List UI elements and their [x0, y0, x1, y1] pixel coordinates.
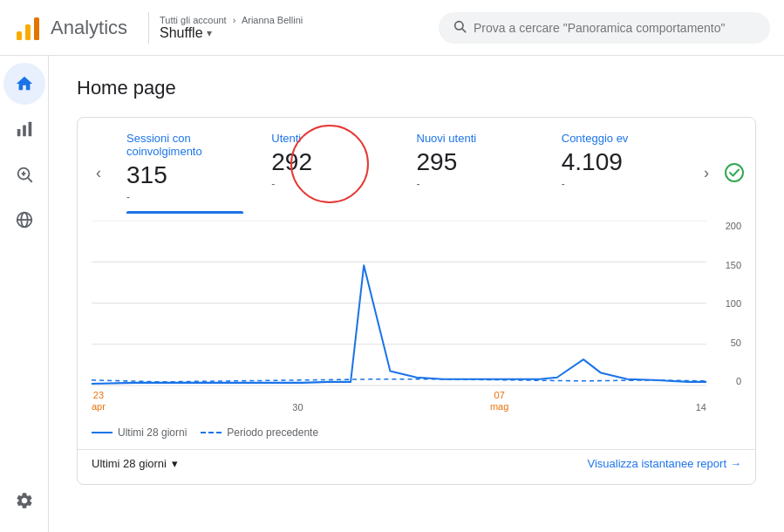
- metric-conteggio-value: 4.109: [562, 148, 678, 176]
- property-selector[interactable]: Shuffle ▾: [160, 25, 303, 41]
- legend-solid-line: [92, 432, 112, 433]
- metric-nuovi-utenti-sub: -: [417, 178, 534, 190]
- svg-rect-6: [23, 125, 26, 136]
- svg-rect-5: [17, 129, 20, 136]
- metric-conteggio[interactable]: Conteggio ev 4.109 -: [548, 132, 692, 214]
- date-selector[interactable]: Ultimi 28 giorni ▾: [92, 457, 178, 470]
- chart-svg: [92, 221, 706, 386]
- metrics-row: ‹ Sessioni con coinvolgimento 315 - Uten…: [78, 118, 755, 214]
- sidebar-item-explore[interactable]: [3, 153, 45, 195]
- metric-utenti-sub: -: [271, 178, 388, 190]
- metric-sessioni-value: 315: [126, 161, 243, 189]
- view-report-label: Visualizza istantanee report: [588, 457, 726, 470]
- metric-utenti-value: 292: [271, 148, 388, 176]
- chart-area: 200 150 100 50 0: [78, 214, 755, 419]
- date-range-chevron-icon: ▾: [172, 457, 178, 470]
- breadcrumb-separator: ›: [233, 15, 236, 25]
- view-report-arrow-icon: →: [730, 457, 741, 470]
- main-layout: Home page ‹ Sessioni con coinvolgimento …: [0, 56, 784, 532]
- x-label-23apr: 23apr: [92, 390, 106, 413]
- y-label-100: 100: [726, 298, 741, 309]
- page-title: Home page: [77, 77, 756, 99]
- header-divider: [148, 12, 149, 44]
- y-axis: 200 150 100 50 0: [711, 221, 741, 386]
- svg-rect-0: [17, 31, 22, 40]
- sidebar-item-settings[interactable]: [3, 480, 45, 522]
- breadcrumb-user: Arianna Bellini: [242, 15, 303, 25]
- metric-nuovi-utenti-value: 295: [417, 148, 534, 176]
- search-input[interactable]: [474, 21, 756, 35]
- breadcrumb: Tutti gli account › Arianna Bellini: [160, 15, 303, 25]
- sidebar-item-home[interactable]: [3, 63, 45, 105]
- legend-dashed-line: [201, 432, 222, 433]
- sidebar: [0, 56, 49, 532]
- y-label-150: 150: [726, 260, 741, 270]
- sidebar-bottom: [3, 480, 45, 522]
- svg-rect-1: [25, 24, 31, 40]
- metric-conteggio-label: Conteggio ev: [562, 132, 678, 145]
- y-label-0: 0: [736, 376, 741, 386]
- metrics-list: Sessioni con coinvolgimento 315 - Utenti…: [112, 132, 692, 214]
- metric-sessioni-sub: -: [126, 191, 243, 203]
- metric-nuovi-utenti-label: Nuovi utenti: [417, 132, 534, 145]
- metrics-prev-button[interactable]: ‹: [85, 159, 112, 187]
- property-chevron-icon: ▾: [207, 27, 212, 39]
- metrics-card: ‹ Sessioni con coinvolgimento 315 - Uten…: [77, 117, 756, 485]
- svg-point-12: [726, 164, 743, 181]
- metrics-next-button[interactable]: ›: [692, 159, 720, 187]
- card-footer: Ultimi 28 giorni ▾ Visualizza istantanee…: [78, 449, 755, 484]
- search-bar[interactable]: [439, 12, 770, 44]
- metric-nuovi-utenti[interactable]: Nuovi utenti 295 -: [403, 132, 548, 214]
- app-title: Analytics: [51, 17, 127, 39]
- svg-rect-2: [34, 17, 39, 40]
- date-range-label: Ultimi 28 giorni: [92, 457, 167, 470]
- x-axis: 23apr 30 07mag 14: [92, 392, 706, 413]
- breadcrumb-area: Tutti gli account › Arianna Bellini Shuf…: [160, 15, 303, 41]
- legend-current: Ultimi 28 giorni: [92, 426, 187, 439]
- sidebar-item-reports[interactable]: [3, 108, 45, 150]
- view-report-link[interactable]: Visualizza istantanee report →: [588, 457, 741, 470]
- metric-utenti-label: Utenti: [271, 132, 388, 145]
- x-label-14: 14: [696, 402, 706, 413]
- svg-rect-7: [28, 122, 31, 137]
- legend-previous-label: Periodo precedente: [227, 426, 318, 439]
- x-label-07mag: 07mag: [490, 390, 508, 413]
- content-area: Home page ‹ Sessioni con coinvolgimento …: [49, 56, 784, 532]
- chart-container: 200 150 100 50 0: [92, 221, 741, 413]
- legend-current-label: Ultimi 28 giorni: [118, 426, 187, 439]
- search-icon: [453, 19, 467, 37]
- y-label-50: 50: [731, 338, 741, 348]
- metric-sessioni[interactable]: Sessioni con coinvolgimento 315 -: [112, 132, 257, 214]
- x-label-30: 30: [292, 402, 303, 413]
- breadcrumb-account: Tutti gli account: [160, 15, 227, 25]
- legend-previous: Periodo precedente: [201, 426, 318, 439]
- logo-area: Analytics: [14, 14, 127, 42]
- sidebar-item-advertising[interactable]: [3, 199, 45, 241]
- metric-sessioni-label: Sessioni con coinvolgimento: [126, 132, 243, 158]
- property-name: Shuffle: [160, 25, 203, 41]
- check-icon[interactable]: [720, 159, 748, 187]
- header: Analytics Tutti gli account › Arianna Be…: [0, 0, 784, 56]
- analytics-logo-icon: [14, 14, 42, 42]
- y-label-200: 200: [726, 221, 741, 231]
- metric-utenti[interactable]: Utenti 292 -: [257, 132, 402, 214]
- chart-legend: Ultimi 28 giorni Periodo precedente: [78, 419, 755, 449]
- svg-line-4: [462, 29, 466, 32]
- metric-conteggio-sub: -: [562, 178, 678, 190]
